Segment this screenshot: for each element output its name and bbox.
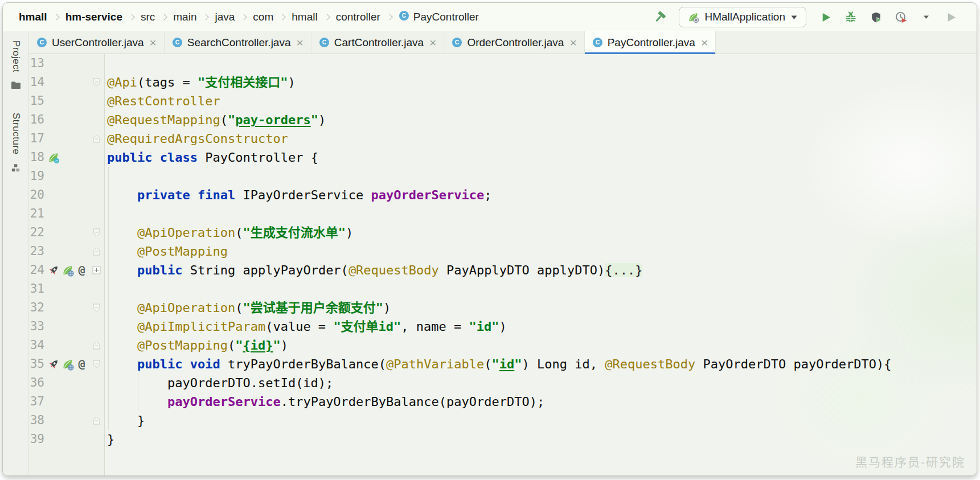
breadcrumb-item-main[interactable]: main [173,11,196,23]
spring-mapping-icon[interactable] [61,264,74,277]
breadcrumb-item-java[interactable]: java [215,11,235,23]
close-icon[interactable]: × [297,36,304,48]
rocket-icon[interactable] [47,358,60,371]
code-text[interactable]: @RestController [104,92,220,110]
profiler-chevron-icon[interactable] [919,10,933,24]
code-line[interactable]: 13 [29,54,977,73]
code-line[interactable]: 34 @PostMapping("{id}") [29,336,977,355]
line-number[interactable]: 31 [29,280,44,298]
code-line[interactable]: 19 [29,167,977,186]
tool-window-button-structure[interactable]: Structure [10,113,22,173]
close-icon[interactable]: × [150,36,157,48]
breadcrumb-item-src[interactable]: src [141,11,155,23]
code-editor[interactable]: 1314@Api(tags = "支付相关接口")15@RestControll… [29,54,977,475]
code-line[interactable]: 16@RequestMapping("pay-orders") [29,110,977,129]
breadcrumb-item-hmall[interactable]: hmall [19,11,47,23]
code-text[interactable]: private final IPayOrderService payOrderS… [104,186,492,204]
line-number[interactable]: 17 [29,129,44,148]
code-line[interactable]: 24@ public String applyPayOrder(@Request… [29,261,977,280]
line-number[interactable]: 14 [29,73,44,92]
close-icon[interactable]: × [569,36,576,48]
line-number[interactable]: 13 [29,54,44,73]
code-text[interactable]: @Api(tags = "支付相关接口") [104,73,296,92]
spring-bean-icon[interactable]: c [47,151,60,164]
code-line[interactable]: 14@Api(tags = "支付相关接口") [29,73,977,92]
code-line[interactable]: 18cpublic class PayController { [29,148,977,167]
line-number[interactable]: 21 [29,204,44,223]
line-number[interactable]: 23 [29,242,44,261]
close-icon[interactable]: × [429,36,436,48]
code-line[interactable]: 20 private final IPayOrderService payOrd… [29,186,977,204]
breadcrumb-item-hm-service[interactable]: hm-service [65,11,122,23]
code-line[interactable]: 22 @ApiOperation("生成支付流水单") [29,223,977,242]
code-text[interactable]: @PostMapping [104,242,228,261]
breadcrumb-item-paycontroller[interactable]: CPayController [399,10,479,24]
fold-plus-icon[interactable] [92,266,101,274]
code-text[interactable]: public void tryPayOrderByBalance(@PathVa… [104,355,892,374]
breadcrumb-item-controller[interactable]: controller [336,11,380,23]
code-line[interactable]: 32 @ApiOperation("尝试基于用户余额支付") [29,298,977,317]
code-text[interactable]: @PostMapping("{id}") [104,336,288,355]
code-line[interactable]: 15@RestController [29,92,977,110]
run-with-coverage-icon[interactable] [868,10,883,24]
line-number[interactable]: 16 [29,110,44,129]
code-line[interactable]: 17@RequiredArgsConstructor [29,129,977,148]
line-number[interactable]: 22 [29,223,44,242]
code-line[interactable]: 33 @ApiImplicitParam(value = "支付单id", na… [29,317,977,336]
code-text[interactable]: } [104,430,114,449]
at-icon[interactable]: @ [75,264,88,277]
line-number[interactable]: 33 [29,317,44,336]
code-text[interactable]: @ApiImplicitParam(value = "支付单id", name … [104,317,507,336]
line-number[interactable]: 15 [29,92,44,110]
code-line[interactable]: 21 [29,204,977,223]
code-text[interactable]: payOrderDTO.setId(id); [104,374,333,392]
rocket-icon[interactable] [47,264,60,277]
line-number[interactable]: 19 [29,167,44,186]
code-line[interactable]: 23 @PostMapping [29,242,977,261]
fold-up-icon[interactable] [93,341,100,350]
code-line[interactable]: 35@ public void tryPayOrderByBalance(@Pa… [29,355,977,374]
line-number[interactable]: 34 [29,336,44,355]
line-number[interactable]: 37 [29,392,44,411]
spring-mapping-icon[interactable] [61,358,74,371]
close-icon[interactable]: × [701,36,708,48]
line-number[interactable]: 18 [29,148,44,167]
code-text[interactable]: public String applyPayOrder(@RequestBody… [104,261,642,280]
at-icon[interactable]: @ [75,358,88,371]
line-number[interactable]: 39 [29,430,44,449]
run-icon[interactable] [818,10,833,24]
fold-down-icon[interactable] [93,360,100,368]
fold-up-icon[interactable] [93,416,100,425]
line-number[interactable]: 20 [29,186,44,204]
code-text[interactable]: } [104,411,145,430]
code-text[interactable]: @ApiOperation("生成支付流水单") [104,223,353,242]
code-text[interactable]: payOrderService.tryPayOrderByBalance(pay… [104,392,544,411]
fold-down-icon[interactable] [93,78,100,87]
line-number[interactable]: 38 [29,411,44,430]
breadcrumb-item-com[interactable]: com [253,11,273,23]
fold-up-icon[interactable] [93,134,100,143]
tab-usercontroller-java[interactable]: CUserController.java× [29,31,165,54]
line-number[interactable]: 36 [29,374,44,392]
code-text[interactable]: @RequiredArgsConstructor [104,129,288,148]
tab-ordercontroller-java[interactable]: COrderController.java× [444,31,584,54]
profiler-icon[interactable] [893,10,908,24]
line-number[interactable]: 24 [29,261,44,280]
code-text[interactable]: @RequestMapping("pay-orders") [104,110,326,129]
fold-up-icon[interactable] [93,247,100,256]
tab-paycontroller-java[interactable]: CPayController.java× [585,31,716,54]
debug-icon[interactable] [843,10,858,24]
fold-down-icon[interactable] [93,303,100,312]
line-number[interactable]: 35 [29,355,44,374]
code-line[interactable]: 36 payOrderDTO.setId(id); [29,374,977,392]
breadcrumb-item-hmall[interactable]: hmall [292,11,317,23]
fold-down-icon[interactable] [93,228,100,237]
tab-cartcontroller-java[interactable]: CCartController.java× [311,31,445,54]
code-line[interactable]: 38 } [29,411,977,430]
code-line[interactable]: 37 payOrderService.tryPayOrderByBalance(… [29,392,977,411]
code-text[interactable]: public class PayController { [104,148,318,167]
tool-window-button-project[interactable]: Project [10,40,22,91]
tab-searchcontroller-java[interactable]: CSearchController.java× [165,31,311,54]
code-line[interactable]: 39} [29,430,977,449]
run-config-select[interactable]: HMallApplication [679,7,806,27]
